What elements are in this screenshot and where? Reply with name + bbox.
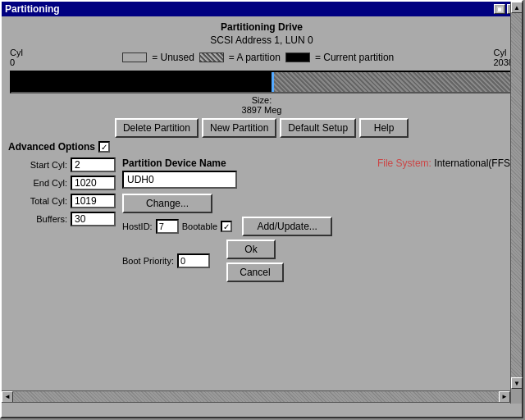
legend-unused-label: = Unused [152, 52, 194, 63]
default-setup-button[interactable]: Default Setup [280, 118, 356, 138]
scroll-track-v [511, 13, 522, 382]
add-update-container: Add/Update... [242, 217, 332, 236]
help-button[interactable]: Help [359, 118, 409, 138]
filesystem-section: File System: International(FFS) [377, 158, 514, 169]
total-cyl-label: Total Cyl: [10, 196, 67, 206]
right-panel: Partition Device Name File System: Inter… [122, 158, 514, 282]
host-boot-row: HostID: Bootable ✓ Add/Update... [122, 217, 514, 236]
status-bar [2, 402, 510, 417]
window-title: Partitioning [5, 3, 60, 15]
advanced-label: Advanced Options [8, 141, 95, 153]
restore-button[interactable]: ▣ [494, 4, 505, 14]
horizontal-scrollbar[interactable]: ◄ ► [2, 390, 510, 402]
filesystem-label: File System: [377, 158, 431, 169]
total-cyl-row: Total Cyl: [10, 194, 116, 208]
legend-partition-box [199, 52, 224, 62]
buffers-label: Buffers: [10, 214, 67, 224]
new-partition-button[interactable]: New Partition [202, 118, 276, 138]
end-cyl-label: End Cyl: [10, 178, 67, 188]
scroll-left-button[interactable]: ◄ [2, 391, 13, 403]
total-cyl-input[interactable] [71, 194, 116, 208]
cyl-left-label: Cyl 0 [10, 48, 23, 67]
end-cyl-input[interactable] [71, 176, 116, 190]
scroll-up-button[interactable]: ▲ [511, 2, 523, 13]
drive-title: Partitioning Drive [8, 21, 515, 33]
cancel-button[interactable]: Cancel [226, 262, 284, 282]
boot-priority-label: Boot Priority: [122, 256, 174, 266]
device-fs-row: Partition Device Name File System: Inter… [122, 158, 514, 189]
legend-current-label: = Current partition [315, 52, 394, 63]
buffers-input[interactable] [71, 212, 116, 226]
vertical-scrollbar[interactable]: ▲ ▼ [510, 2, 522, 404]
ok-button[interactable]: Ok [226, 240, 276, 259]
start-cyl-label: Start Cyl: [10, 160, 67, 170]
bootable-label: Bootable [182, 221, 217, 231]
bar-current [11, 72, 272, 92]
cyl-row: Cyl 0 = Unused = A partition = Current p… [8, 46, 515, 69]
bar-unused [274, 72, 512, 92]
legend-unused-box [122, 52, 147, 62]
buffers-row: Buffers: [10, 212, 116, 226]
end-cyl-row: End Cyl: [10, 176, 116, 190]
host-id-input[interactable] [156, 219, 179, 234]
change-button[interactable]: Change... [122, 194, 212, 213]
scroll-down-button[interactable]: ▼ [511, 377, 523, 389]
delete-partition-button[interactable]: Delete Partition [115, 118, 199, 138]
drive-subtitle: SCSI Address 1, LUN 0 [8, 34, 515, 46]
advanced-options-row: Advanced Options ✓ [8, 141, 515, 153]
boot-priority-input[interactable] [177, 253, 210, 268]
title-bar: Partitioning ▣ ▼ [2, 2, 522, 16]
content-area: Partitioning Drive SCSI Address 1, LUN 0… [2, 16, 522, 289]
legend-current-box [285, 52, 310, 62]
boot-priority-row: Boot Priority: Ok Cancel [122, 240, 514, 282]
change-add-row: Change... [122, 194, 514, 213]
partition-bar [10, 71, 514, 94]
size-label: Size: [252, 95, 272, 105]
size-section: Size: 3897 Meg [8, 95, 515, 115]
host-id-label: HostID: [122, 221, 153, 231]
main-button-row: Delete Partition New Partition Default S… [8, 118, 515, 138]
device-name-label: Partition Device Name [122, 158, 237, 169]
start-cyl-row: Start Cyl: [10, 158, 116, 172]
ok-cancel-section: Ok Cancel [226, 240, 284, 282]
legend-partition-label: = A partition [229, 52, 281, 63]
add-update-button[interactable]: Add/Update... [242, 217, 332, 236]
bootable-checkbox[interactable]: ✓ [221, 221, 232, 232]
main-window: Partitioning ▣ ▼ Partitioning Drive SCSI… [0, 0, 523, 418]
left-panel: Start Cyl: End Cyl: Total Cyl: Buffers: [10, 158, 116, 282]
scroll-track-h [13, 391, 499, 403]
filesystem-value: International(FFS) [434, 158, 514, 169]
device-name-section: Partition Device Name [122, 158, 237, 189]
size-value: 3897 Meg [242, 105, 282, 115]
scroll-right-button[interactable]: ► [499, 391, 510, 403]
device-name-input[interactable] [122, 171, 237, 189]
main-panel: Start Cyl: End Cyl: Total Cyl: Buffers: [10, 158, 514, 282]
advanced-checkbox[interactable]: ✓ [98, 141, 110, 153]
start-cyl-input[interactable] [71, 158, 116, 172]
legend-row: = Unused = A partition = Current partiti… [122, 52, 394, 63]
